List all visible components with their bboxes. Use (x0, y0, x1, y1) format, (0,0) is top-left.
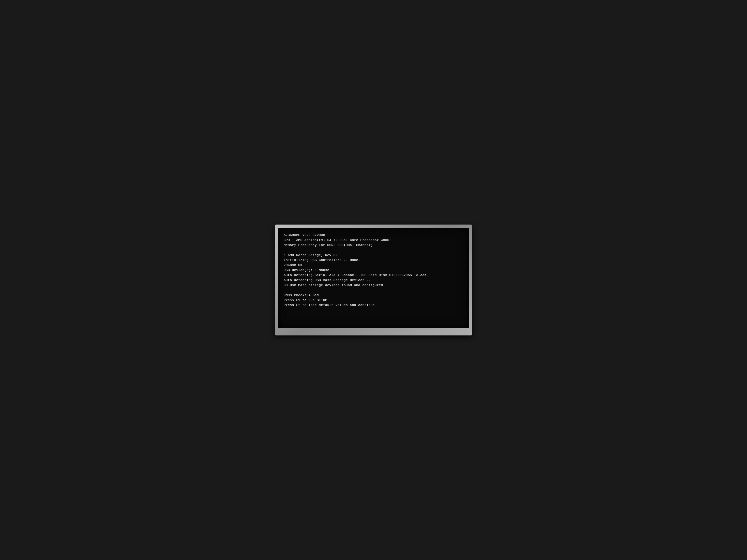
cmos-checksum-line: CMOS Checksum Bad (284, 293, 463, 298)
bios-output: A7369NMS V2.5 022008CPU : AMD Athlon(tm)… (284, 233, 463, 308)
monitor-bezel: A7369NMS V2.5 022008CPU : AMD Athlon(tm)… (275, 224, 472, 336)
usb-mass-found-line: 00 USB mass storage devices found and co… (284, 283, 463, 288)
press-f2-line: Press F2 to load default values and cont… (284, 303, 463, 308)
usb-init-line: Initializing USB Controllers .. Done. (284, 258, 463, 263)
bios-line (284, 248, 463, 253)
sata-detect-line: Auto-Detecting Serial-ATA 4 Channel..IDE… (284, 273, 463, 278)
press-f1-line: Press F1 to Run SETUP (284, 298, 463, 303)
memory-ok-line: 2048MB OK (284, 263, 463, 268)
bios-screen: A7369NMS V2.5 022008CPU : AMD Athlon(tm)… (278, 228, 469, 328)
usb-mass-detect-line: Auto-detecting USB Mass Storage Devices … (284, 278, 463, 283)
bios-version-line: A7369NMS V2.5 022008 (284, 233, 463, 238)
memory-frequency-line: Memory Frequency For DDR2 800(Dual-Chann… (284, 243, 463, 248)
north-bridge-line: 1 AMD North Bridge, Rev G2 (284, 253, 463, 258)
bios-line (284, 288, 463, 293)
cpu-info-line: CPU : AMD Athlon(tm) 64 X2 Dual Core Pro… (284, 238, 463, 243)
usb-devices-line: USB Device(s): 1 Mouse (284, 268, 463, 273)
